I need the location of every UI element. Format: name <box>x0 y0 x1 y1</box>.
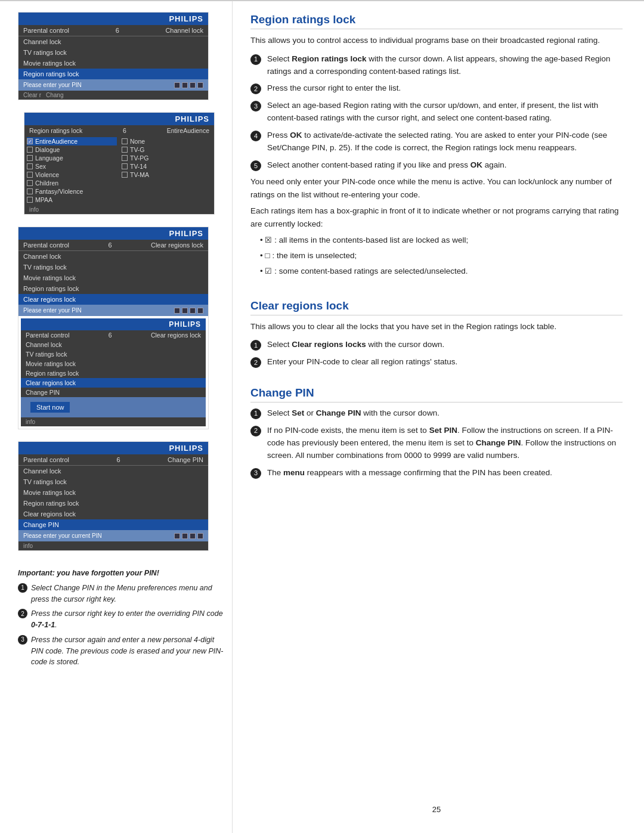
region-step-1: 1 Select Region ratings lock with the cu… <box>250 53 623 78</box>
bullet-partial: • ☑ : some content-based ratings are sel… <box>260 265 623 278</box>
region-step-3: 3 Select an age-based Region rating with… <box>250 100 623 125</box>
section-title-change-pin: Change PIN <box>250 386 623 402</box>
screen2-inner: PHILIPS Parental control 6 Clear regions… <box>21 318 206 426</box>
checkbox-tvg <box>122 147 128 153</box>
region-row-tv14: TV-14 <box>122 162 212 171</box>
screen2-inner-info: info <box>21 417 206 426</box>
screen1-menu-2: TV ratings lock <box>18 47 208 58</box>
section-change-pin: Change PIN 1 Select Set or Change PIN wi… <box>250 386 623 479</box>
checkbox-entire: ✓ <box>27 138 33 144</box>
pin-dot-1 <box>174 82 180 88</box>
region-row-tvg: TV-G <box>122 145 212 154</box>
screen3-menu-1: Channel lock <box>18 466 208 476</box>
region-row-entire: ✓ EntireAudience <box>27 137 117 145</box>
screen2-menu-5: Clear regions lock <box>18 294 208 305</box>
important-step-3: 3 Press the cursor again and enter a new… <box>18 634 224 668</box>
region-steps-list: 1 Select Region ratings lock with the cu… <box>250 53 623 172</box>
change-pin-step-3: 3 The menu reappears with a message conf… <box>250 467 623 479</box>
page-number-container: 25 <box>250 497 623 821</box>
region-screen-header: Region ratings lock 6 EntireAudience <box>24 125 214 136</box>
change-pin-step-1: 1 Select Set or Change PIN with the curs… <box>250 407 623 420</box>
inner-menu-3: Movie ratings lock <box>21 359 206 368</box>
screen3-menu-6: Change PIN <box>18 519 208 530</box>
screen3-info: info <box>18 541 208 550</box>
screen2-menu-3: Movie ratings lock <box>18 272 208 283</box>
checkbox-violence <box>27 172 33 178</box>
checkbox-tv14 <box>122 163 128 169</box>
region-step-text-4: Press OK to activate/de-activate the sel… <box>267 129 623 154</box>
region-step-num-2: 2 <box>250 83 261 94</box>
pin-dot-2 <box>182 82 188 88</box>
region-row-tvpg: TV-PG <box>122 154 212 162</box>
screen2-start-btn-area: Start now <box>21 397 206 417</box>
change-pin-step-num-1: 1 <box>250 408 261 419</box>
screen2-menu-2: TV ratings lock <box>18 262 208 272</box>
region-step-5: 5 Select another content-based rating if… <box>250 159 623 172</box>
step-circle-3: 3 <box>18 635 27 645</box>
bullet-unchecked: • □ : the item is unselected; <box>260 249 623 262</box>
screen1-menu-4: Region ratings lock <box>18 69 208 79</box>
section-title-clear: Clear regions lock <box>250 299 623 315</box>
checkbox-children <box>27 180 33 186</box>
region-row-mpaa: MPAA <box>27 196 117 204</box>
section-region-ratings-lock: Region ratings lock This allows you to c… <box>250 13 623 281</box>
region-step-num-3: 3 <box>250 101 261 112</box>
screen2-pin-dots <box>174 308 203 314</box>
clear-step-text-1: Select Clear regions locks with the curs… <box>267 339 623 351</box>
clear-step-num-1: 1 <box>250 340 261 351</box>
screen1-brand: PHILIPS <box>18 13 208 25</box>
inner-menu-2: TV ratings lock <box>21 349 206 359</box>
important-step-1-text: Select Change PIN in the Menu preference… <box>31 583 224 605</box>
region-step-text-2: Press the cursor right to enter the list… <box>267 82 623 95</box>
inner-menu-1: Channel lock <box>21 340 206 349</box>
tv-screen-region: PHILIPS Region ratings lock 6 EntireAudi… <box>24 112 215 215</box>
screen2-brand: PHILIPS <box>18 227 208 240</box>
screen2-inner-header: Parental control 6 Clear regions lock <box>21 330 206 340</box>
checkbox-sex <box>27 163 33 169</box>
important-step-3-text: Press the cursor again and enter a new p… <box>31 634 224 668</box>
checkbox-fantasy <box>27 188 33 194</box>
section-title-region: Region ratings lock <box>250 13 623 29</box>
clear-step-1: 1 Select Clear regions locks with the cu… <box>250 339 623 351</box>
region-step-2: 2 Press the cursor right to enter the li… <box>250 82 623 95</box>
checkbox-tvma <box>122 172 128 178</box>
page-number: 25 <box>432 798 441 821</box>
region-step-num-1: 1 <box>250 54 261 65</box>
screen2-inner-brand: PHILIPS <box>21 318 206 330</box>
section-desc-region: This allows you to control access to ind… <box>250 34 623 47</box>
tv-screen-1: PHILIPS Parental control 6 Channel lock … <box>18 12 209 100</box>
right-column: Region ratings lock This allows you to c… <box>233 1 644 833</box>
screen3-pin-dots <box>174 533 203 539</box>
clear-step-num-2: 2 <box>250 357 261 368</box>
region-left-col: ✓ EntireAudience Dialogue Language Sex <box>24 136 119 205</box>
region-right-col: None TV-G TV-PG TV-14 <box>119 136 214 205</box>
region-row-fantasy: Fantasy/Violence <box>27 187 117 196</box>
screen3-menu-2: TV ratings lock <box>18 476 208 487</box>
bullet-checked: • ☒ : all items in the contents-based li… <box>260 234 623 247</box>
screen3-menu-5: Clear regions lock <box>18 509 208 519</box>
checkbox-language <box>27 155 33 161</box>
screen1-menu-3: Movie ratings lock <box>18 58 208 69</box>
screen1-header: Parental control 6 Channel lock <box>18 25 208 36</box>
screen3-pin-area: Please enter your current PIN <box>18 530 208 541</box>
region-bullets: • ☒ : all items in the contents-based li… <box>250 234 623 277</box>
pin-dot-3 <box>190 82 196 88</box>
screen2-menu-4: Region ratings lock <box>18 283 208 294</box>
step-circle-1: 1 <box>18 583 27 593</box>
screen1-side-labels: Clear r Chang <box>18 91 208 100</box>
change-pin-step-text-3: The menu reappears with a message confir… <box>267 467 623 479</box>
screen3-brand: PHILIPS <box>18 442 208 454</box>
screen2-pin-area: Please enter your PIN <box>18 305 208 316</box>
start-now-button[interactable]: Start now <box>30 402 70 413</box>
region-step-text-1: Select Region ratings lock with the curs… <box>267 53 623 78</box>
screen1-pin-area: Please enter your PIN <box>18 79 208 91</box>
important-step-2: 2 Press the cursor right key to enter th… <box>18 608 224 631</box>
region-note-1: You need only enter your PIN-code once w… <box>250 175 623 201</box>
checkbox-dialogue <box>27 147 33 153</box>
region-step-text-3: Select an age-based Region rating with t… <box>267 100 623 125</box>
region-step-4: 4 Press OK to activate/de-activate the s… <box>250 129 623 154</box>
region-table: ✓ EntireAudience Dialogue Language Sex <box>24 136 214 205</box>
pin-dot-4 <box>197 82 203 88</box>
region-step-num-5: 5 <box>250 160 261 171</box>
region-row-sex: Sex <box>27 162 117 171</box>
